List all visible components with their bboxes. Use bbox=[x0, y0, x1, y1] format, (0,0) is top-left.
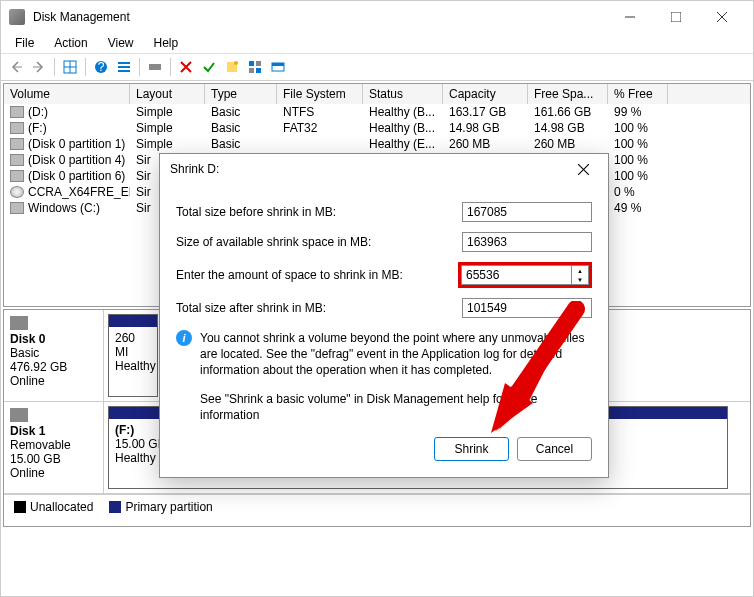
list-icon[interactable] bbox=[113, 56, 135, 78]
properties-icon[interactable] bbox=[267, 56, 289, 78]
total-before-value: 167085 bbox=[462, 202, 592, 222]
disk1-status: Online bbox=[10, 466, 97, 480]
amount-label: Enter the amount of space to shrink in M… bbox=[176, 268, 458, 282]
cell-status: Healthy (B... bbox=[363, 104, 443, 120]
volume-row[interactable]: (F:) Simple Basic FAT32 Healthy (B... 14… bbox=[4, 120, 750, 136]
svg-rect-9 bbox=[118, 62, 130, 64]
col-layout[interactable]: Layout bbox=[130, 84, 205, 104]
cell-pct: 0 % bbox=[608, 184, 668, 200]
dialog-title: Shrink D: bbox=[170, 162, 568, 176]
minimize-button[interactable] bbox=[607, 1, 653, 33]
volume-row[interactable]: (D:) Simple Basic NTFS Healthy (B... 163… bbox=[4, 104, 750, 120]
cell-pct: 99 % bbox=[608, 104, 668, 120]
disk1-name: Disk 1 bbox=[10, 424, 97, 438]
spin-up-icon[interactable]: ▲ bbox=[572, 266, 588, 275]
col-filesystem[interactable]: File System bbox=[277, 84, 363, 104]
menu-action[interactable]: Action bbox=[44, 34, 97, 52]
cell-type: Basic bbox=[205, 120, 277, 136]
col-capacity[interactable]: Capacity bbox=[443, 84, 528, 104]
legend-unallocated: Unallocated bbox=[30, 500, 93, 514]
menu-help[interactable]: Help bbox=[144, 34, 189, 52]
col-volume[interactable]: Volume bbox=[4, 84, 130, 104]
svg-rect-16 bbox=[256, 61, 261, 66]
volume-name: (D:) bbox=[28, 105, 48, 119]
total-before-label: Total size before shrink in MB: bbox=[176, 205, 462, 219]
back-icon[interactable] bbox=[5, 56, 27, 78]
disk0-status: Online bbox=[10, 374, 97, 388]
info-icon: i bbox=[176, 330, 192, 346]
partition-status: Healthy bbox=[115, 359, 151, 373]
drive-icon bbox=[10, 202, 24, 214]
cell-capacity: 14.98 GB bbox=[443, 120, 528, 136]
settings-icon[interactable] bbox=[144, 56, 166, 78]
disc-icon bbox=[10, 186, 24, 198]
cell-free: 14.98 GB bbox=[528, 120, 608, 136]
menu-file[interactable]: File bbox=[5, 34, 44, 52]
maximize-button[interactable] bbox=[653, 1, 699, 33]
after-label: Total size after shrink in MB: bbox=[176, 301, 462, 315]
grid-icon[interactable] bbox=[59, 56, 81, 78]
cell-type: Basic bbox=[205, 136, 277, 152]
cell-layout: Simple bbox=[130, 104, 205, 120]
partition-size: 260 MI bbox=[115, 331, 151, 359]
svg-rect-15 bbox=[249, 61, 254, 66]
cell-status: Healthy (B... bbox=[363, 120, 443, 136]
close-button[interactable] bbox=[699, 1, 745, 33]
new-icon[interactable] bbox=[221, 56, 243, 78]
swatch-unallocated-icon bbox=[14, 501, 26, 513]
cell-pct: 49 % bbox=[608, 200, 668, 216]
drive-icon bbox=[10, 122, 24, 134]
cell-free: 260 MB bbox=[528, 136, 608, 152]
forward-icon[interactable] bbox=[28, 56, 50, 78]
cell-layout: Simple bbox=[130, 120, 205, 136]
drive-icon bbox=[10, 170, 24, 182]
partition[interactable]: 260 MIHealthy bbox=[108, 314, 158, 397]
disk0-size: 476.92 GB bbox=[10, 360, 97, 374]
after-value: 101549 bbox=[462, 298, 592, 318]
svg-rect-20 bbox=[272, 63, 284, 66]
volume-name: (F:) bbox=[28, 121, 47, 135]
col-pctfree[interactable]: % Free bbox=[608, 84, 668, 104]
delete-icon[interactable] bbox=[175, 56, 197, 78]
window-title: Disk Management bbox=[33, 10, 607, 24]
amount-value[interactable]: 65536 bbox=[461, 265, 571, 285]
dialog-titlebar: Shrink D: bbox=[160, 154, 608, 184]
info-text-2: See "Shrink a basic volume" in Disk Mana… bbox=[200, 391, 592, 423]
shrink-button[interactable]: Shrink bbox=[434, 437, 509, 461]
dialog-close-button[interactable] bbox=[568, 154, 598, 184]
help-icon[interactable]: ? bbox=[90, 56, 112, 78]
svg-rect-17 bbox=[249, 68, 254, 73]
disk1-type: Removable bbox=[10, 438, 97, 452]
volume-row[interactable]: (Disk 0 partition 1) Simple Basic Health… bbox=[4, 136, 750, 152]
cancel-button[interactable]: Cancel bbox=[517, 437, 592, 461]
cell-pct: 100 % bbox=[608, 152, 668, 168]
svg-rect-10 bbox=[118, 66, 130, 68]
disk0-label: Disk 0 Basic 476.92 GB Online bbox=[4, 310, 104, 401]
svg-rect-11 bbox=[118, 70, 130, 72]
cell-fs: FAT32 bbox=[277, 120, 363, 136]
refresh-icon[interactable] bbox=[244, 56, 266, 78]
svg-rect-18 bbox=[256, 68, 261, 73]
cell-type: Basic bbox=[205, 104, 277, 120]
toolbar: ? bbox=[1, 53, 753, 81]
col-free[interactable]: Free Spa... bbox=[528, 84, 608, 104]
cell-fs bbox=[277, 136, 363, 152]
disk-icon bbox=[10, 408, 28, 422]
disk1-label: Disk 1 Removable 15.00 GB Online bbox=[4, 402, 104, 493]
drive-icon bbox=[10, 154, 24, 166]
shrink-dialog: Shrink D: Total size before shrink in MB… bbox=[159, 153, 609, 478]
check-icon[interactable] bbox=[198, 56, 220, 78]
col-type[interactable]: Type bbox=[205, 84, 277, 104]
shrink-amount-input[interactable]: 65536 ▲ ▼ bbox=[458, 262, 592, 288]
info-text-1: You cannot shrink a volume beyond the po… bbox=[200, 330, 592, 379]
disk-icon bbox=[10, 316, 28, 330]
cell-capacity: 163.17 GB bbox=[443, 104, 528, 120]
cell-layout: Simple bbox=[130, 136, 205, 152]
volume-name: CCRA_X64FRE_EN... bbox=[28, 185, 130, 199]
col-status[interactable]: Status bbox=[363, 84, 443, 104]
drive-icon bbox=[10, 106, 24, 118]
menu-view[interactable]: View bbox=[98, 34, 144, 52]
spin-down-icon[interactable]: ▼ bbox=[572, 275, 588, 284]
legend: Unallocated Primary partition bbox=[4, 494, 750, 518]
cell-pct: 100 % bbox=[608, 120, 668, 136]
